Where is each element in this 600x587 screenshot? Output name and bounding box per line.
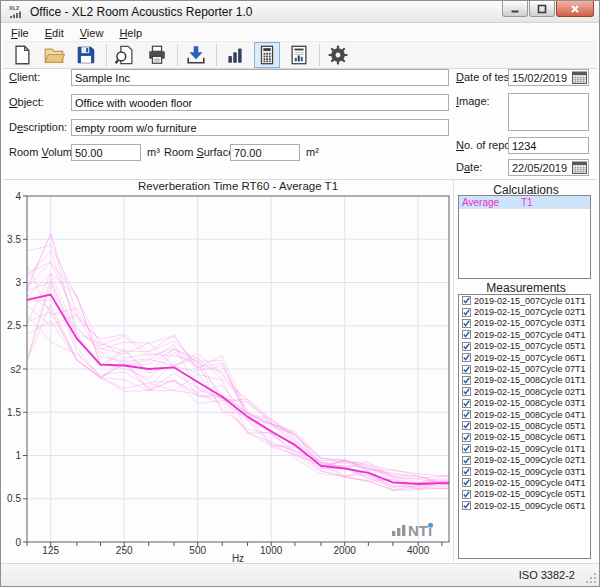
measurement-row[interactable]: 2019-02-15_009Cycle 04T1	[459, 477, 590, 488]
checkbox-checked-icon[interactable]	[462, 330, 471, 339]
svg-text:500: 500	[189, 545, 206, 556]
measurement-row[interactable]: 2019-02-15_007Cycle 07T1	[459, 363, 590, 374]
measurement-type: T1	[575, 410, 586, 420]
print-preview-icon[interactable]	[112, 42, 138, 68]
measurement-type: T1	[575, 364, 586, 374]
chart-panel-divider	[453, 180, 454, 562]
checkbox-checked-icon[interactable]	[462, 296, 471, 305]
measurement-label: 2019-02-15_009Cycle 05	[474, 489, 575, 499]
checkbox-checked-icon[interactable]	[462, 444, 471, 453]
measurement-row[interactable]: 2019-02-15_007Cycle 03T1	[459, 318, 590, 329]
calculator-icon[interactable]	[254, 42, 280, 68]
measurement-row[interactable]: 2019-02-15_009Cycle 05T1	[459, 489, 590, 500]
checkbox-checked-icon[interactable]	[462, 308, 471, 317]
checkbox-checked-icon[interactable]	[462, 490, 471, 499]
checkbox-checked-icon[interactable]	[462, 319, 471, 328]
svg-text:4: 4	[15, 191, 21, 202]
measurement-row[interactable]: 2019-02-15_009Cycle 01T1	[459, 443, 590, 454]
measurement-type: T1	[575, 387, 586, 397]
description-label: Description:	[9, 119, 67, 136]
measurement-label: 2019-02-15_007Cycle 03	[474, 318, 575, 328]
new-document-icon[interactable]	[9, 42, 35, 68]
bar-chart-icon[interactable]	[222, 42, 248, 68]
toolbar-separator	[177, 44, 178, 66]
measurement-label: 2019-02-15_008Cycle 03	[474, 398, 575, 408]
measurement-row[interactable]: 2019-02-15_007Cycle 01T1	[459, 295, 590, 306]
measurement-type: T1	[575, 296, 586, 306]
measurement-row[interactable]: 2019-02-15_008Cycle 03T1	[459, 398, 590, 409]
measurement-row[interactable]: 2019-02-15_007Cycle 04T1	[459, 329, 590, 340]
calculations-list[interactable]: AverageT1	[458, 195, 591, 279]
svg-text:1.5: 1.5	[7, 407, 21, 418]
export-icon[interactable]	[183, 42, 209, 68]
checkbox-checked-icon[interactable]	[462, 399, 471, 408]
measurement-label: 2019-02-15_008Cycle 05	[474, 421, 575, 431]
title-bar[interactable]: XL2 Office - XL2 Room Acoustics Reporter…	[1, 1, 599, 23]
report-icon[interactable]	[286, 42, 312, 68]
measurement-row[interactable]: 2019-02-15_008Cycle 06T1	[459, 432, 590, 443]
measurement-row[interactable]: 2019-02-15_009Cycle 06T1	[459, 500, 590, 511]
settings-gear-icon[interactable]	[325, 42, 351, 68]
checkbox-checked-icon[interactable]	[462, 478, 471, 487]
object-input[interactable]	[71, 94, 449, 111]
save-icon[interactable]	[73, 42, 99, 68]
window-title: Office - XL2 Room Acoustics Reporter 1.0	[30, 5, 253, 19]
checkbox-checked-icon[interactable]	[462, 433, 471, 442]
measurement-type: T1	[575, 421, 586, 431]
measurement-row[interactable]: 2019-02-15_008Cycle 04T1	[459, 409, 590, 420]
room-volume-input[interactable]	[71, 144, 141, 161]
calendar-icon[interactable]	[572, 71, 587, 84]
date-of-test-field[interactable]: 15/02/2019	[508, 69, 589, 86]
svg-text:0.5: 0.5	[7, 493, 21, 504]
description-input[interactable]	[71, 119, 449, 136]
measurement-row[interactable]: 2019-02-15_007Cycle 02T1	[459, 306, 590, 317]
measurement-label: 2019-02-15_009Cycle 06	[474, 501, 575, 511]
minimize-button[interactable]	[502, 1, 528, 17]
measurement-type: T1	[575, 398, 586, 408]
measurement-row[interactable]: 2019-02-15_009Cycle 03T1	[459, 466, 590, 477]
form-chart-divider	[3, 179, 597, 180]
iso-standard-label: ISO 3382-2	[519, 569, 575, 581]
measurement-label: 2019-02-15_008Cycle 06	[474, 432, 575, 442]
checkbox-checked-icon[interactable]	[462, 467, 471, 476]
client-input[interactable]	[71, 69, 449, 86]
menu-file[interactable]: File	[3, 25, 37, 41]
checkbox-checked-icon[interactable]	[462, 501, 471, 510]
no-of-report-input[interactable]	[508, 137, 589, 154]
date-field[interactable]: 22/05/2019	[508, 159, 589, 176]
measurement-type: T1	[575, 375, 586, 385]
calendar-icon[interactable]	[572, 161, 587, 174]
checkbox-checked-icon[interactable]	[462, 342, 471, 351]
menu-edit[interactable]: Edit	[37, 25, 72, 41]
checkbox-checked-icon[interactable]	[462, 387, 471, 396]
resize-grip-icon[interactable]	[585, 572, 597, 584]
measurements-list[interactable]: 2019-02-15_007Cycle 01T12019-02-15_007Cy…	[458, 294, 591, 559]
checkbox-checked-icon[interactable]	[462, 365, 471, 374]
measurement-row[interactable]: 2019-02-15_008Cycle 05T1	[459, 420, 590, 431]
measurement-row[interactable]: 2019-02-15_008Cycle 01T1	[459, 375, 590, 386]
menu-view[interactable]: View	[72, 25, 112, 41]
status-bar: ISO 3382-2	[1, 563, 599, 586]
checkbox-checked-icon[interactable]	[462, 376, 471, 385]
date-of-test-label: Date of test:	[456, 69, 515, 86]
measurement-type: T1	[575, 341, 586, 351]
measurement-row[interactable]: 2019-02-15_009Cycle 02T1	[459, 454, 590, 465]
room-surface-input[interactable]	[230, 144, 300, 161]
measurement-type: T1	[575, 478, 586, 488]
print-icon[interactable]	[144, 42, 170, 68]
maximize-button[interactable]	[529, 1, 555, 17]
calculation-row[interactable]: AverageT1	[459, 196, 590, 209]
open-folder-icon[interactable]	[41, 42, 67, 68]
measurement-row[interactable]: 2019-02-15_007Cycle 06T1	[459, 352, 590, 363]
checkbox-checked-icon[interactable]	[462, 421, 471, 430]
toolbar-separator	[106, 44, 107, 66]
checkbox-checked-icon[interactable]	[462, 410, 471, 419]
svg-text:2000: 2000	[334, 545, 357, 556]
checkbox-checked-icon[interactable]	[462, 353, 471, 362]
menu-help[interactable]: Help	[111, 25, 150, 41]
image-preview-box[interactable]	[508, 93, 589, 131]
measurement-row[interactable]: 2019-02-15_008Cycle 02T1	[459, 386, 590, 397]
checkbox-checked-icon[interactable]	[462, 456, 471, 465]
close-button[interactable]	[556, 1, 594, 17]
measurement-row[interactable]: 2019-02-15_007Cycle 05T1	[459, 341, 590, 352]
